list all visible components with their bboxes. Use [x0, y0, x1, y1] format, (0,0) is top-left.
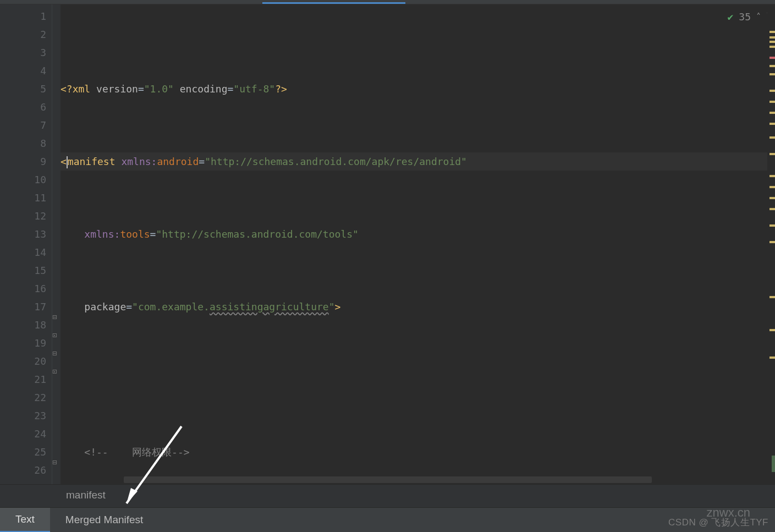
breadcrumb-bar[interactable]: manifest	[0, 484, 775, 507]
warning-marker[interactable]	[769, 73, 775, 75]
warning-marker[interactable]	[769, 112, 775, 114]
line-number: 15	[0, 261, 46, 279]
warning-marker[interactable]	[769, 36, 775, 39]
warning-marker[interactable]	[769, 241, 775, 243]
warning-marker[interactable]	[769, 153, 775, 155]
warning-marker[interactable]	[769, 90, 775, 92]
breadcrumb-item[interactable]: manifest	[66, 489, 106, 501]
line-number: 24	[0, 425, 46, 443]
bottom-tab-bar: Text Merged Manifest	[0, 507, 775, 532]
code-line: package="com.example.assistingagricultur…	[61, 298, 775, 316]
code-line	[61, 370, 775, 388]
warning-marker[interactable]	[769, 65, 775, 67]
tab-merged-manifest[interactable]: Merged Manifest	[50, 508, 159, 531]
line-number: 3	[0, 43, 46, 62]
vertical-scrollbar[interactable]	[767, 4, 775, 484]
line-number: 11	[0, 189, 46, 207]
fold-toggle-icon[interactable]: ⊟	[52, 349, 59, 356]
fold-column: ⊟ ⊡ ⊟ ⊡ ⊟	[52, 4, 61, 484]
tab-text[interactable]: Text	[0, 508, 50, 533]
watermark-csdn: CSDN @ 飞扬人生TYF	[668, 516, 768, 529]
warning-marker[interactable]	[769, 123, 775, 125]
warning-marker[interactable]	[769, 186, 775, 188]
code-line: xmlns:tools="http://schemas.android.com/…	[61, 225, 775, 243]
horizontal-scrollbar[interactable]	[124, 476, 652, 483]
line-number: 1	[0, 7, 46, 25]
line-number: 8	[0, 134, 46, 152]
line-number: 21	[0, 370, 46, 388]
line-number: 13	[0, 225, 46, 243]
line-number: 18	[0, 316, 46, 334]
line-number: 12	[0, 207, 46, 225]
warning-marker[interactable]	[769, 136, 775, 139]
warning-marker[interactable]	[769, 31, 775, 33]
line-number: 14	[0, 243, 46, 261]
warning-marker[interactable]	[769, 329, 775, 331]
line-number: 22	[0, 388, 46, 407]
fold-close-icon[interactable]: ⊡	[52, 331, 59, 338]
code-line: <!-- 网络权限-->	[61, 443, 775, 461]
warning-marker[interactable]	[769, 175, 775, 177]
line-number: 5	[0, 80, 46, 98]
chevron-up-icon[interactable]: ˄	[756, 12, 761, 22]
warning-marker[interactable]	[769, 197, 775, 199]
line-number: 9	[0, 152, 46, 171]
warning-marker[interactable]	[769, 224, 775, 227]
line-gutter: 1 2 3 4 5 6 7 8 9 10 11 12 13 14 15 16 1…	[0, 4, 52, 484]
active-tab-indicator	[262, 2, 405, 4]
line-number: 26	[0, 461, 46, 479]
line-number: 4	[0, 62, 46, 80]
warning-marker[interactable]	[769, 41, 775, 43]
line-number: 17	[0, 298, 46, 316]
fold-toggle-icon[interactable]: ⊟	[52, 312, 59, 320]
line-number: 6	[0, 98, 46, 116]
line-number: 10	[0, 171, 46, 189]
code-line: <?xml version="1.0" encoding="utf-8"?>	[61, 80, 775, 98]
error-marker[interactable]	[769, 57, 775, 59]
editor-tab-strip	[0, 0, 775, 4]
line-number: 19	[0, 334, 46, 352]
line-number: 23	[0, 407, 46, 425]
code-line: <manifest xmlns:android="http://schemas.…	[61, 152, 775, 171]
line-number: 2	[0, 25, 46, 43]
warning-marker[interactable]	[769, 357, 775, 359]
change-marker	[772, 456, 775, 472]
line-number: 16	[0, 279, 46, 298]
inspection-status[interactable]: ✔ 35 ˄ ˅	[727, 11, 771, 23]
fold-toggle-icon[interactable]: ⊟	[52, 458, 59, 465]
code-editor[interactable]: 1 2 3 4 5 6 7 8 9 10 11 12 13 14 15 16 1…	[0, 4, 775, 484]
warning-marker[interactable]	[769, 101, 775, 103]
warning-marker[interactable]	[769, 208, 775, 210]
warning-marker[interactable]	[769, 296, 775, 298]
fold-close-icon[interactable]: ⊡	[52, 367, 59, 374]
warning-marker[interactable]	[769, 46, 775, 48]
line-number: 20	[0, 352, 46, 370]
code-area[interactable]: <?xml version="1.0" encoding="utf-8"?> <…	[61, 4, 775, 484]
line-number: 7	[0, 116, 46, 134]
problem-count: 35	[739, 11, 751, 23]
check-icon: ✔	[727, 11, 733, 23]
line-number: 25	[0, 443, 46, 461]
